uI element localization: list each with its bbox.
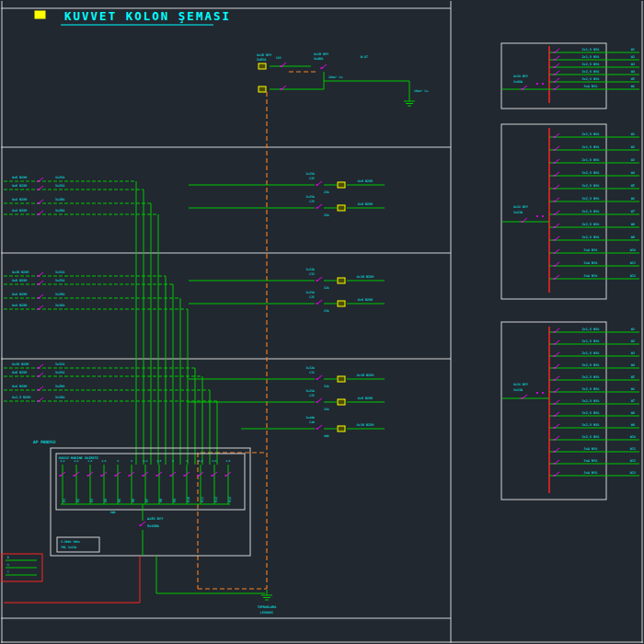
contactor-icon xyxy=(542,215,544,217)
branch-cable-label: 3x2,5 NYA xyxy=(582,375,601,379)
breaker-icon xyxy=(554,136,556,138)
branch-amp-label: 32A xyxy=(324,286,329,290)
feeder-cable-label: 4x10 N2XH xyxy=(12,362,29,366)
annotation-label: 3~380V 50Hz xyxy=(61,540,80,544)
branch-rating-label: 3x32A xyxy=(305,366,315,370)
annotation-label: 3x40A xyxy=(314,57,323,61)
branch-tag-label: W11 xyxy=(630,261,636,265)
branch-tag-label: W10 xyxy=(630,435,636,439)
feeder-cable-label: 4x4 N2XH xyxy=(12,304,27,307)
branch-rating-label: 3x32A xyxy=(305,268,315,271)
circuit-value-label: 1,5 xyxy=(87,459,92,463)
breaker-icon xyxy=(554,451,556,453)
branch-cable-label: 3x4 NYA xyxy=(584,248,599,252)
breaker-icon xyxy=(170,475,172,477)
branch-cable-label: 3x4 NYA xyxy=(584,471,599,475)
circuit-name-label: M5 xyxy=(118,499,121,502)
annotation-label: TOPRAKLAMA xyxy=(258,605,276,609)
branch-rating-label: 3x25A xyxy=(305,389,315,393)
branch-tag-label: W2 xyxy=(631,145,635,149)
cad-canvas[interactable]: KUVVET KOLON ŞEMASI 4x6 N2XH3x25A4x6 N2X… xyxy=(0,0,644,644)
feed-label: 3x40A xyxy=(513,80,523,84)
feeder-amp-label: 3x20A xyxy=(55,293,64,296)
branch-tag-label: W2 xyxy=(631,339,635,343)
branch-tag-label: W2 xyxy=(631,55,635,59)
fuse-box-icon xyxy=(338,426,345,431)
breaker-icon xyxy=(554,331,556,333)
feed-label: 4x16 NYY xyxy=(513,205,528,209)
breaker-icon xyxy=(115,475,117,477)
annotation-label: 4x10 NYY xyxy=(314,52,328,56)
breaker-icon xyxy=(554,475,556,477)
breaker-icon xyxy=(554,149,556,151)
branch-cable-label: 3x4 NYA xyxy=(584,447,599,451)
branch-tag-label: W4 xyxy=(631,70,635,74)
branch-cable-label: 3x2,5 NYA xyxy=(582,411,601,415)
annotation-label: 3x63A xyxy=(257,58,266,62)
breaker-icon xyxy=(101,475,103,477)
annotation-label: TMŞ 3x63A xyxy=(61,546,76,549)
breaker-icon xyxy=(554,343,556,345)
breaker-icon xyxy=(198,475,200,477)
circuit-name-label: M4 xyxy=(104,499,108,502)
breaker-icon xyxy=(74,475,75,477)
feeder-cable-label: 4x4 N2XH xyxy=(12,385,27,388)
breaker-icon xyxy=(143,475,144,477)
annotation-label: W-AT xyxy=(361,55,368,59)
breaker-icon xyxy=(316,303,318,305)
breaker-icon xyxy=(522,397,523,399)
feeder-cable-label: 4x4 N2XH xyxy=(12,293,27,296)
branch-tag-label: W6 xyxy=(631,387,635,391)
branch-tag-label: W13 xyxy=(630,471,636,475)
contactor-icon xyxy=(542,392,544,394)
breaker-icon xyxy=(554,88,556,90)
branch-tag-label: W7 xyxy=(631,210,635,213)
circuit-name-label: M12 xyxy=(214,497,218,502)
branch-tag-label: W1 xyxy=(631,132,635,136)
breaker-icon xyxy=(554,81,556,83)
breaker-icon xyxy=(554,201,556,202)
branch-rating-label: C25 xyxy=(309,177,315,180)
branch-tag-label: W9 xyxy=(631,236,635,239)
fuse-box-icon xyxy=(338,205,345,211)
circuit-value-label: 1,5 xyxy=(101,459,106,463)
breaker-icon xyxy=(60,475,62,477)
feeder-cable-label: 4x6 N2XH xyxy=(12,371,27,374)
branch-cable-label: 2x1,5 NYA xyxy=(582,351,601,355)
branch-cable-label: 4x10 N2XH xyxy=(357,275,374,279)
branch-tag-label: W12 xyxy=(630,459,636,463)
breaker-icon xyxy=(554,439,556,441)
annotation-label: LEVHASI xyxy=(260,611,273,615)
branch-rating-label: C32 xyxy=(309,371,315,374)
circuit-name-label: M11 xyxy=(201,497,204,502)
branch-rating-label: C25 xyxy=(309,394,315,397)
contactor-icon xyxy=(536,392,538,394)
annotation-label: 16mm² Cu xyxy=(414,89,428,93)
drawing-title: KUVVET KOLON ŞEMASI xyxy=(64,9,231,23)
branch-cable-label: 2x1,5 NYA xyxy=(582,132,601,136)
fuse-box-icon xyxy=(259,86,266,92)
branch-tag-label: W1 xyxy=(631,328,635,331)
feeder-cable-label: 4x6 N2XH xyxy=(12,176,27,179)
breaker-icon xyxy=(554,427,556,429)
feeder-amp-label: 3x20A xyxy=(55,198,64,201)
circuit-value-label: 2,2 xyxy=(198,459,202,463)
branch-tag-label: W6 xyxy=(631,85,635,88)
breaker-icon xyxy=(554,74,556,75)
contactor-icon xyxy=(536,215,538,217)
fuse-box-icon xyxy=(259,63,266,69)
drawing-viewport: KUVVET KOLON ŞEMASI 4x6 N2XH3x25A4x6 N2X… xyxy=(0,0,644,644)
circuit-name-label: M9 xyxy=(173,499,177,502)
branch-cable-label: 4x10 N2XH xyxy=(357,374,374,377)
circuit-name-label: M6 xyxy=(132,499,135,502)
feeder-amp-label: 3x25A xyxy=(55,279,64,282)
branch-cable-label: 4x16 N2XH xyxy=(357,423,374,427)
breaker-icon xyxy=(87,475,89,477)
annotation-label: R xyxy=(7,556,9,559)
feed-label: 4x16 NYY xyxy=(513,383,528,386)
branch-amp-label: 32A xyxy=(324,385,329,388)
breaker-icon xyxy=(554,278,556,280)
feeder-cable-label: 4x4 N2XH xyxy=(12,209,27,213)
branch-cable-label: 3x2,5 NYA xyxy=(582,423,601,427)
breaker-icon xyxy=(554,265,556,267)
